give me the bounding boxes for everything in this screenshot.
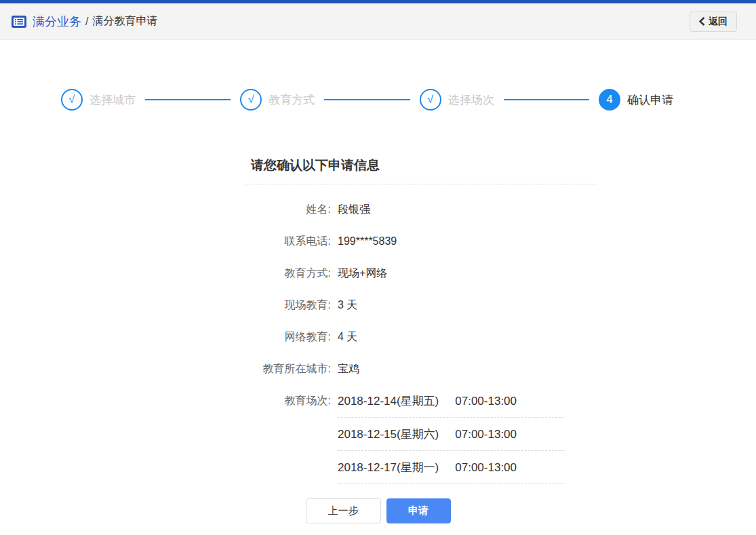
step-2-check-icon: √ xyxy=(240,89,262,111)
breadcrumb-separator: / xyxy=(85,16,88,28)
step-connector xyxy=(504,99,589,100)
session-entry: 2018-12-14(星期五) 07:00-13:00 xyxy=(338,394,564,418)
field-value: 现场+网络 xyxy=(338,266,387,280)
breadcrumb-root[interactable]: 满分业务 xyxy=(33,14,81,30)
session-time: 07:00-13:00 xyxy=(455,394,517,409)
field-label: 现场教育: xyxy=(245,298,331,312)
field-value: 199****5839 xyxy=(338,235,397,248)
step-wizard: √ 选择城市 √ 教育方式 √ 选择场次 4 确认申请 xyxy=(61,89,673,111)
step-2-label: 教育方式 xyxy=(268,92,315,108)
field-label: 教育所在城市: xyxy=(245,362,331,376)
step-connector xyxy=(145,99,231,100)
sessions-label: 教育场次: xyxy=(245,394,331,418)
field-value: 3 天 xyxy=(338,298,357,312)
session-time: 07:00-13:00 xyxy=(455,427,517,442)
session-time: 07:00-13:00 xyxy=(455,460,517,475)
step-4-number-badge: 4 xyxy=(599,89,620,111)
field-row-online-days: 网络教育: 4 天 xyxy=(245,330,595,344)
sessions-label-spacer xyxy=(245,460,331,484)
session-date: 2018-12-15(星期六) xyxy=(338,427,439,442)
field-label: 姓名: xyxy=(245,203,331,216)
step-education-method: √ 教育方式 xyxy=(240,89,315,111)
chevron-left-icon xyxy=(699,17,705,26)
breadcrumb-current: 满分教育申请 xyxy=(92,14,157,28)
session-row: 2018-12-17(星期一) 07:00-13:00 xyxy=(245,460,595,484)
page-header: 满分业务 / 满分教育申请 返回 xyxy=(0,3,756,40)
step-4-label: 确认申请 xyxy=(627,92,673,108)
sessions-section: 教育场次: 2018-12-14(星期五) 07:00-13:00 2018-1… xyxy=(245,394,595,484)
breadcrumb: 满分业务 / 满分教育申请 xyxy=(11,14,157,30)
field-value: 宝鸡 xyxy=(338,362,359,376)
step-select-city: √ 选择城市 xyxy=(61,89,136,111)
list-icon xyxy=(11,15,27,28)
step-1-label: 选择城市 xyxy=(89,92,136,108)
session-row: 教育场次: 2018-12-14(星期五) 07:00-13:00 xyxy=(245,394,595,418)
step-confirm-application: 4 确认申请 xyxy=(599,89,673,111)
field-label: 教育方式: xyxy=(245,266,331,280)
session-date: 2018-12-17(星期一) xyxy=(338,460,439,475)
confirmation-title: 请您确认以下申请信息 xyxy=(245,157,595,184)
previous-step-button[interactable]: 上一步 xyxy=(306,498,381,523)
apply-button[interactable]: 申请 xyxy=(386,498,451,523)
field-row-name: 姓名: 段银强 xyxy=(245,203,595,216)
step-connector xyxy=(324,99,410,100)
field-value: 4 天 xyxy=(338,330,357,344)
step-1-check-icon: √ xyxy=(61,89,83,111)
session-row: 2018-12-15(星期六) 07:00-13:00 xyxy=(245,427,595,451)
action-buttons: 上一步 申请 xyxy=(0,498,756,523)
field-row-education-method: 教育方式: 现场+网络 xyxy=(245,266,595,280)
back-button-label: 返回 xyxy=(709,16,728,28)
session-entry: 2018-12-17(星期一) 07:00-13:00 xyxy=(338,460,564,484)
field-row-onsite-days: 现场教育: 3 天 xyxy=(245,298,595,312)
sessions-label-spacer xyxy=(245,427,331,451)
field-label: 网络教育: xyxy=(245,330,331,344)
confirmation-panel: 请您确认以下申请信息 姓名: 段银强 联系电话: 199****5839 教育方… xyxy=(245,157,595,484)
step-3-label: 选择场次 xyxy=(448,92,494,108)
field-row-phone: 联系电话: 199****5839 xyxy=(245,235,595,248)
session-date: 2018-12-14(星期五) xyxy=(338,394,439,409)
back-button[interactable]: 返回 xyxy=(690,12,737,32)
session-entry: 2018-12-15(星期六) 07:00-13:00 xyxy=(338,427,564,451)
field-row-city: 教育所在城市: 宝鸡 xyxy=(245,362,595,376)
field-label: 联系电话: xyxy=(245,235,331,248)
field-value: 段银强 xyxy=(338,203,370,216)
step-select-session: √ 选择场次 xyxy=(420,89,494,111)
step-3-check-icon: √ xyxy=(420,89,441,111)
